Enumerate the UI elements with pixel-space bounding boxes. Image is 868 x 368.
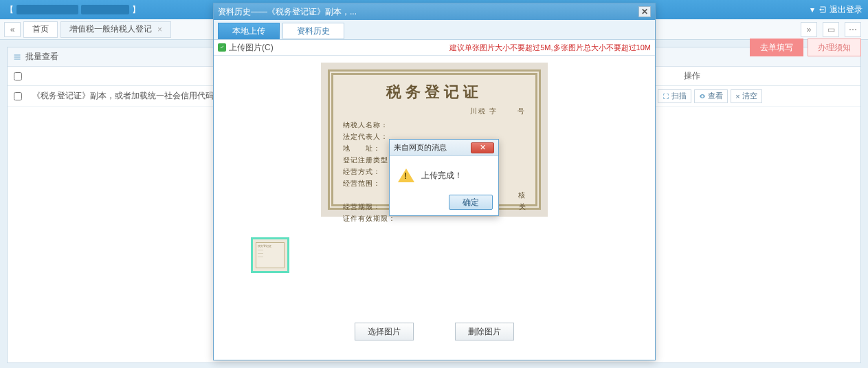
upload-image-button[interactable]: 上传图片(C) xyxy=(229,42,274,54)
tab-close-icon[interactable]: × xyxy=(157,25,162,34)
thumbnail-selected[interactable]: 税务登记证—————— xyxy=(251,237,289,273)
choose-image-label: 选择图片 xyxy=(368,327,401,336)
alert-dialog: 来自网页的消息 ✕ 上传完成！ 确定 xyxy=(389,139,499,216)
nav-next-button[interactable]: » xyxy=(801,22,817,37)
header-mask-2 xyxy=(81,5,129,14)
alert-ok-label: 确定 xyxy=(463,197,479,207)
modal-tab-local-upload[interactable]: 本地上传 xyxy=(218,23,280,39)
alert-title-text: 来自网页的消息 xyxy=(394,142,447,153)
cert-title: 税务登记证 xyxy=(343,82,526,102)
alert-footer: 确定 xyxy=(390,191,498,215)
go-fill-label: 去单填写 xyxy=(760,42,793,54)
thumbnail-strip: 税务登记证—————— xyxy=(223,237,645,273)
guide-button[interactable]: 办理须知 xyxy=(808,39,861,56)
go-fill-button[interactable]: 去单填写 xyxy=(750,39,803,56)
row-scan-button[interactable]: 扫描 xyxy=(658,89,691,103)
header-right: ▾ 退出登录 xyxy=(810,4,863,16)
bracket: 】 xyxy=(132,4,140,16)
modal-tab-history[interactable]: 资料历史 xyxy=(282,23,344,39)
row-view-label: 查看 xyxy=(708,91,723,101)
cert-serial: 川税 字 号 xyxy=(343,107,526,116)
alert-message: 上传完成！ xyxy=(421,170,463,182)
row-clear-button[interactable]: ×清空 xyxy=(731,89,761,103)
select-all-checkbox[interactable] xyxy=(14,72,22,80)
window-control-button[interactable]: ▭ xyxy=(823,22,839,37)
bracket: 【 xyxy=(5,4,14,16)
row-checkbox[interactable] xyxy=(14,92,22,100)
modal-close-button[interactable]: ✕ xyxy=(638,6,651,17)
modal-tab-local-label: 本地上传 xyxy=(232,25,265,37)
delete-image-label: 删除图片 xyxy=(468,327,501,336)
modal-toolbar: 上传图片(C) 建议单张图片大小不要超过5M,多张图片总大小不要超过10M xyxy=(214,39,655,56)
alert-ok-button[interactable]: 确定 xyxy=(449,195,493,210)
panel-title: 批量查看 xyxy=(25,51,58,63)
tab-home-label: 首页 xyxy=(32,23,49,35)
list-icon xyxy=(13,53,21,61)
thumbnail-image: 税务登记证—————— xyxy=(256,242,285,268)
tab-home[interactable]: 首页 xyxy=(23,21,58,38)
alert-body: 上传完成！ xyxy=(390,156,498,191)
row-scan-label: 扫描 xyxy=(671,91,687,101)
alert-titlebar: 来自网页的消息 ✕ xyxy=(390,140,498,156)
header-left: 【 】 xyxy=(5,4,140,16)
more-menu-button[interactable]: ⋯ xyxy=(845,22,861,37)
row-clear-label: 清空 xyxy=(742,91,757,101)
modal-tabs: 本地上传 资料历史 xyxy=(214,20,655,39)
expand-toggle-icon[interactable]: ▾ xyxy=(810,5,814,14)
logout-icon xyxy=(819,6,827,14)
guide-label: 办理须知 xyxy=(818,42,851,54)
tab-vat-label: 增值税一般纳税人登记 xyxy=(69,23,152,35)
choose-image-button[interactable]: 选择图片 xyxy=(355,323,414,340)
logout-label: 退出登录 xyxy=(830,4,863,16)
modal-titlebar: 资料历史——《税务登记证》副本，... ✕ xyxy=(214,3,655,20)
modal-footer: 选择图片 删除图片 xyxy=(223,316,645,353)
tab-vat-registration[interactable]: 增值税一般纳税人登记 × xyxy=(60,21,171,38)
alert-close-button[interactable]: ✕ xyxy=(471,142,494,153)
row-view-button[interactable]: 查看 xyxy=(694,89,728,103)
modal-title-text: 资料历史——《税务登记证》副本，... xyxy=(218,6,357,18)
delete-image-button[interactable]: 删除图片 xyxy=(455,323,514,340)
header-mask-1 xyxy=(16,5,78,14)
modal-tab-history-label: 资料历史 xyxy=(297,25,330,37)
warning-icon xyxy=(398,169,414,182)
nav-prev-button[interactable]: « xyxy=(4,22,21,37)
scan-icon xyxy=(663,93,669,100)
eye-icon xyxy=(699,93,706,100)
logout-button[interactable]: 退出登录 xyxy=(819,4,863,16)
size-hint: 建议单张图片大小不要超过5M,多张图片总大小不要超过10M xyxy=(449,43,651,53)
clear-x-icon: × xyxy=(735,92,739,100)
upload-check-icon xyxy=(218,43,226,52)
page-actions: 去单填写 办理须知 xyxy=(750,39,861,56)
